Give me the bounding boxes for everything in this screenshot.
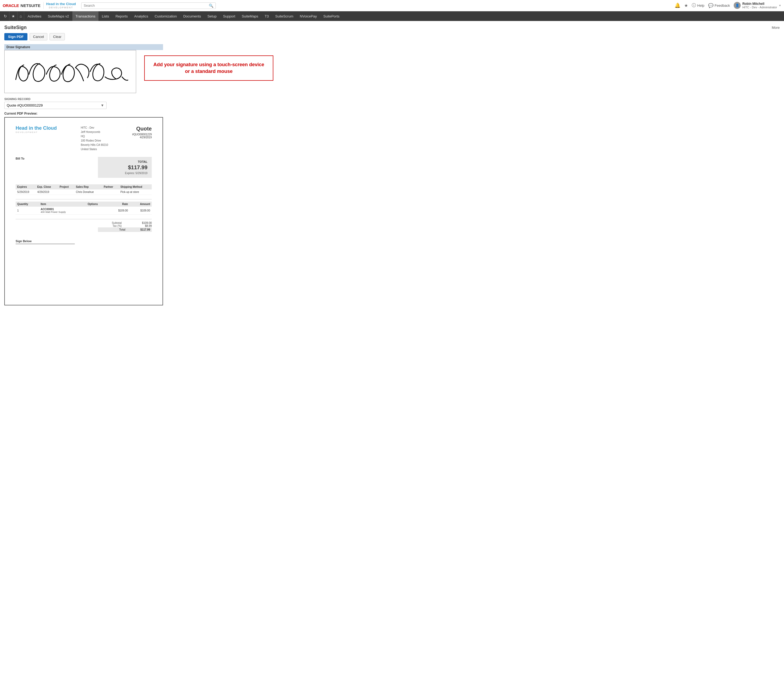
user-name: Robin Mitchell [742,2,777,6]
sidebar-item-suitemaps-v2[interactable]: SuiteMaps v2 [44,11,72,21]
quote-company-logo-sub: DEVELOPMENT [16,131,57,134]
sidebar-item-transactions[interactable]: Transactions [72,11,99,21]
sign-line [16,244,75,244]
separator2 [16,219,152,219]
sidebar-item-nvoicepay[interactable]: NVoicePay [296,11,320,21]
top-header: ORACLE NETSUITE Head in the Cloud DEVELO… [0,0,784,11]
page-title-row: SuiteSign More [4,25,780,30]
sidebar-item-activities[interactable]: Activities [24,11,44,21]
quote-header: Head in the Cloud DEVELOPMENT HITC - Dev… [16,126,152,152]
sidebar-item-customization[interactable]: Customization [152,11,180,21]
more-link[interactable]: More [772,26,780,30]
quote-doc-number: #QUO00001229 [132,133,152,136]
search-icon: 🔍 [209,3,213,8]
td-shipping: Pick-up at store [119,190,152,195]
subtotal-row: Subtotal $109.00 [98,221,152,224]
quote-logo-area: Head in the Cloud DEVELOPMENT [16,126,57,134]
sidebar-item-suitescrum[interactable]: SuiteScrum [272,11,296,21]
signing-record-select[interactable]: Quote #QUO00001229 [4,102,107,109]
sidebar-item-setup[interactable]: Setup [204,11,220,21]
signature-svg [5,50,136,93]
th-quantity: Quantity [16,201,39,207]
help-icon: ⓘ [692,3,696,8]
help-link[interactable]: ⓘ Help [692,3,704,8]
sign-pdf-button[interactable]: Sign PDF [4,33,28,40]
td-sales-rep: Chris Donahue [74,190,102,195]
item-desc: 400 Watt Power Supply [41,211,84,213]
table-row: 5/29/2019 4/29/2019 Chris Donahue Pick-u… [16,190,152,195]
sidebar-item-reports[interactable]: Reports [112,11,131,21]
sign-below-section: Sign Below [16,237,152,244]
quote-company-info: HITC - Dev Jeff Honeycomb HQ 100 Rodeo D… [81,126,108,152]
user-dropdown-icon: ▼ [779,4,781,7]
quote-company-country: United States [81,147,108,152]
signature-canvas[interactable] [4,50,136,93]
cancel-button[interactable]: Cancel [30,33,47,40]
item-code: ACC00001 [41,208,84,211]
sign-below-label: Sign Below [16,239,152,243]
nav-bar: ↻ ★ ⌂ Activities SuiteMaps v2 Transactio… [0,11,784,21]
td-rate: $109.00 [108,207,130,215]
tax-row: Tax (%) $8.99 [98,224,152,228]
total-row-label: Total [98,228,127,232]
draw-signature-label: Draw Signature [4,44,163,50]
clear-button[interactable]: Clear [49,33,65,40]
pdf-preview: Head in the Cloud DEVELOPMENT HITC - Dev… [4,117,163,305]
td-exp-close: 4/29/2019 [36,190,58,195]
search-box[interactable]: 🔍 [81,2,216,9]
favorites-icon[interactable]: ★ [684,3,688,8]
td-amount: $109.00 [130,207,152,215]
th-amount: Amount [130,201,152,207]
brand-sub: DEVELOPMENT [46,6,76,9]
btn-row: Sign PDF Cancel Clear [4,33,780,40]
th-options: Options [86,201,108,207]
totals-section: Subtotal $109.00 Tax (%) $8.99 Total $11… [16,221,152,232]
subtotal-label: Subtotal [98,221,127,224]
total-expires: Expires: 5/29/2019 [102,172,147,175]
feedback-label: Feedback [715,3,730,8]
td-expires: 5/29/2019 [16,190,36,195]
bill-to-label: Bill To [16,157,25,160]
quote-company-logo: Head in the Cloud [16,126,57,131]
sidebar-item-suiteports[interactable]: SuitePorts [320,11,343,21]
page-content: SuiteSign More Sign PDF Cancel Clear Dra… [0,21,784,691]
th-exp-close: Exp. Close [36,184,58,190]
pdf-preview-label: Current PDF Preview: [4,112,780,115]
logo-area: ORACLE NETSUITE Head in the Cloud DEVELO… [3,2,76,8]
nav-home-icon[interactable]: ⌂ [18,11,24,21]
th-project: Project [58,184,74,190]
quote-company-contact: Jeff Honeycomb [81,130,108,134]
signature-hint: Add your signature using a touch-screen … [144,55,273,81]
help-label: Help [697,3,704,8]
signing-record-label: SIGNING RECORD [4,97,780,101]
sidebar-item-t3[interactable]: T3 [262,11,272,21]
netsuite-logo: NETSUITE [20,3,40,8]
th-expires: Expires [16,184,36,190]
totals-table: Subtotal $109.00 Tax (%) $8.99 Total $11… [98,221,152,232]
signature-area: Add your signature using a touch-screen … [4,50,780,93]
quote-doc-date: 4/29/2019 [132,136,152,139]
feedback-icon: 💬 [708,3,713,8]
th-item: Item [39,201,86,207]
items-header-row: Quantity Item Options Rate Amount [16,201,152,207]
signing-record-dropdown-wrapper: Quote #QUO00001229 ▼ [4,102,107,109]
signing-record-section: SIGNING RECORD Quote #QUO00001229 ▼ [4,97,780,109]
notifications-icon[interactable]: 🔔 [675,2,680,8]
bill-to-section: Bill To TOTAL $117.99 Expires: 5/29/2019 [16,157,152,181]
nav-favorites-icon[interactable]: ★ [10,11,18,21]
th-partner: Partner [102,184,119,190]
brand-box: Head in the Cloud DEVELOPMENT [43,2,76,8]
sidebar-item-documents[interactable]: Documents [180,11,204,21]
sidebar-item-lists[interactable]: Lists [99,11,112,21]
user-area[interactable]: 👤 Robin Mitchell HITC - Dev - Administra… [734,2,781,10]
sidebar-item-analytics[interactable]: Analytics [131,11,152,21]
sidebar-item-support[interactable]: Support [220,11,239,21]
feedback-link[interactable]: 💬 Feedback [708,3,730,8]
nav-recent-icon[interactable]: ↻ [2,11,10,21]
search-input[interactable] [84,3,209,8]
sidebar-item-suitemaps[interactable]: SuiteMaps [238,11,261,21]
total-row-value: $117.99 [127,228,152,232]
quote-company-address1: 100 Rodeo Drive [81,139,108,143]
quote-company-address2: Beverly Hills CA 90210 [81,143,108,147]
quote-fields-table: Expires Exp. Close Project Sales Rep Par… [16,184,152,195]
